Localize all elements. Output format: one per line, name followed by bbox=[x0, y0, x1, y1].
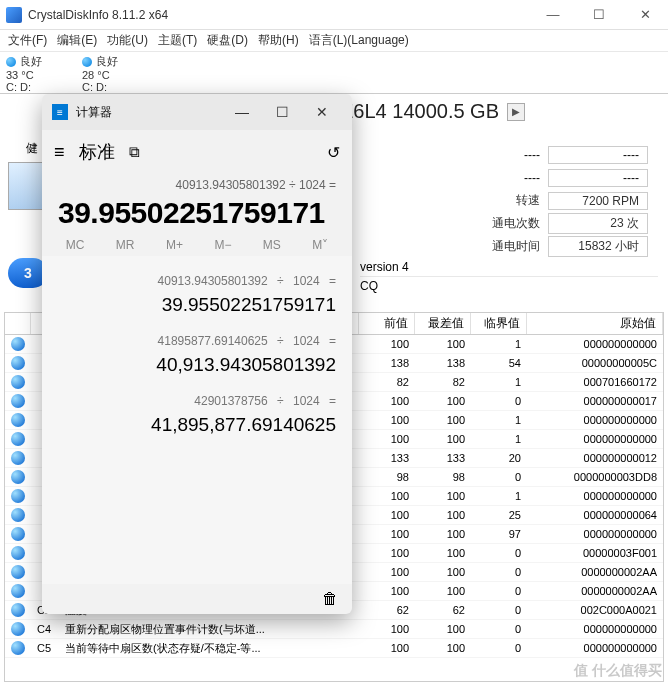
attr-current: 138 bbox=[359, 357, 415, 369]
attr-current: 100 bbox=[359, 642, 415, 654]
menu-language[interactable]: 语言(L)(Language) bbox=[309, 32, 409, 49]
calc-history-panel[interactable]: 40913.94305801392 ÷ 1024 =39.95502251759… bbox=[42, 256, 352, 584]
col-current[interactable]: 前值 bbox=[359, 313, 415, 334]
attr-raw: 000701660172 bbox=[527, 376, 663, 388]
history-item[interactable]: 40913.94305801392 ÷ 1024 =39.95502251759… bbox=[58, 274, 336, 316]
attr-raw: 000000000000 bbox=[527, 414, 663, 426]
drive-tab-0[interactable]: 良好 33 °C C: D: bbox=[6, 54, 42, 93]
status-orb-icon bbox=[11, 508, 25, 522]
play-button[interactable]: ▶ bbox=[507, 103, 525, 121]
status-orb-icon bbox=[11, 432, 25, 446]
status-orb-icon bbox=[11, 489, 25, 503]
history-item[interactable]: 41895877.69140625 ÷ 1024 =40,913.9430580… bbox=[58, 334, 336, 376]
calc-titlebar: ≡ 计算器 — ☐ ✕ bbox=[42, 94, 352, 130]
drive-status: 良好 bbox=[20, 54, 42, 69]
attr-current: 100 bbox=[359, 414, 415, 426]
dash-val: ---- bbox=[548, 169, 648, 187]
watermark: 值 什么值得买 bbox=[574, 662, 662, 680]
attr-current: 100 bbox=[359, 528, 415, 540]
attr-worst: 100 bbox=[415, 414, 471, 426]
attr-worst: 100 bbox=[415, 547, 471, 559]
calc-minimize[interactable]: — bbox=[222, 104, 262, 120]
acq-row: CQ bbox=[360, 276, 658, 295]
stat-label-rpm: 转速 bbox=[480, 192, 540, 209]
attr-threshold: 0 bbox=[471, 547, 527, 559]
attr-worst: 100 bbox=[415, 642, 471, 654]
attr-worst: 100 bbox=[415, 509, 471, 521]
col-worst[interactable]: 最差值 bbox=[415, 313, 471, 334]
close-button[interactable]: ✕ bbox=[622, 0, 668, 30]
attr-threshold: 0 bbox=[471, 604, 527, 616]
keep-on-top-icon[interactable]: ⧉ bbox=[129, 143, 140, 161]
status-orb-icon bbox=[11, 565, 25, 579]
history-item[interactable]: 42901378756 ÷ 1024 =41,895,877.69140625 bbox=[58, 394, 336, 436]
history-icon[interactable]: ↺ bbox=[327, 143, 340, 162]
mplus-button[interactable]: M+ bbox=[166, 238, 183, 252]
attr-current: 82 bbox=[359, 376, 415, 388]
attr-threshold: 1 bbox=[471, 338, 527, 350]
hamburger-icon[interactable]: ≡ bbox=[54, 142, 65, 163]
attr-worst: 138 bbox=[415, 357, 471, 369]
calc-close[interactable]: ✕ bbox=[302, 104, 342, 120]
table-row[interactable]: C4 重新分配扇区物理位置事件计数(与坏道... 100 100 0 00000… bbox=[5, 620, 663, 639]
attr-raw: 0000000003DD8 bbox=[527, 471, 663, 483]
drive-letters: C: D: bbox=[82, 81, 118, 93]
menu-edit[interactable]: 编辑(E) bbox=[57, 32, 97, 49]
attr-threshold: 0 bbox=[471, 395, 527, 407]
version-row: version 4 bbox=[360, 258, 658, 276]
maximize-button[interactable]: ☐ bbox=[576, 0, 622, 30]
menu-help[interactable]: 帮助(H) bbox=[258, 32, 299, 49]
menubar: 文件(F) 编辑(E) 功能(U) 主题(T) 硬盘(D) 帮助(H) 语言(L… bbox=[0, 30, 668, 52]
attr-raw: 002C000A0021 bbox=[527, 604, 663, 616]
trash-icon[interactable]: 🗑 bbox=[42, 584, 352, 614]
attr-id: C5 bbox=[31, 642, 59, 654]
attr-current: 62 bbox=[359, 604, 415, 616]
calc-maximize[interactable]: ☐ bbox=[262, 104, 302, 120]
attr-worst: 133 bbox=[415, 452, 471, 464]
col-raw[interactable]: 原始值 bbox=[527, 313, 663, 334]
attr-worst: 62 bbox=[415, 604, 471, 616]
drive-tab-1[interactable]: 良好 28 °C C: D: bbox=[82, 54, 118, 93]
attr-raw: 000000000000 bbox=[527, 433, 663, 445]
calc-header: ≡ 标准 ⧉ ↺ bbox=[42, 130, 352, 174]
mc-button[interactable]: MC bbox=[66, 238, 85, 252]
ms-button[interactable]: MS bbox=[263, 238, 281, 252]
attr-raw: 0000000002AA bbox=[527, 585, 663, 597]
attr-raw: 000000000017 bbox=[527, 395, 663, 407]
minimize-button[interactable]: — bbox=[530, 0, 576, 30]
attr-worst: 82 bbox=[415, 376, 471, 388]
attr-raw: 000000000012 bbox=[527, 452, 663, 464]
mminus-button[interactable]: M− bbox=[214, 238, 231, 252]
stat-val-hours: 15832 小时 bbox=[548, 236, 648, 257]
col-threshold[interactable]: 临界值 bbox=[471, 313, 527, 334]
drive-temp: 28 °C bbox=[82, 69, 118, 81]
attr-threshold: 20 bbox=[471, 452, 527, 464]
menu-function[interactable]: 功能(U) bbox=[107, 32, 148, 49]
table-row[interactable]: C5 当前等待中扇区数(状态存疑/不稳定-等... 100 100 0 0000… bbox=[5, 639, 663, 658]
calc-app-icon: ≡ bbox=[52, 104, 68, 120]
attr-current: 100 bbox=[359, 585, 415, 597]
menu-disk[interactable]: 硬盘(D) bbox=[207, 32, 248, 49]
attr-current: 100 bbox=[359, 623, 415, 635]
attr-current: 100 bbox=[359, 490, 415, 502]
attr-worst: 100 bbox=[415, 566, 471, 578]
attr-worst: 100 bbox=[415, 490, 471, 502]
app-title: CrystalDiskInfo 8.11.2 x64 bbox=[28, 8, 530, 22]
mr-button[interactable]: MR bbox=[116, 238, 135, 252]
calc-mode[interactable]: 标准 bbox=[79, 140, 115, 164]
status-dot-icon bbox=[6, 57, 16, 67]
attr-threshold: 97 bbox=[471, 528, 527, 540]
stat-label-powcnt: 通电次数 bbox=[480, 215, 540, 232]
menu-theme[interactable]: 主题(T) bbox=[158, 32, 197, 49]
attr-worst: 100 bbox=[415, 528, 471, 540]
status-orb-icon bbox=[11, 584, 25, 598]
attr-raw: 000000000000 bbox=[527, 623, 663, 635]
attr-raw: 0000000002AA bbox=[527, 566, 663, 578]
menu-file[interactable]: 文件(F) bbox=[8, 32, 47, 49]
model-text: E6L4 14000.5 GB bbox=[340, 100, 499, 123]
drive-letters: C: D: bbox=[6, 81, 42, 93]
calc-expression: 40913.94305801392 ÷ 1024 = bbox=[42, 174, 352, 196]
mdown-button[interactable]: M˅ bbox=[312, 238, 328, 252]
history-expr: 41895877.69140625 ÷ 1024 = bbox=[58, 334, 336, 348]
dash-label: ---- bbox=[480, 171, 540, 185]
